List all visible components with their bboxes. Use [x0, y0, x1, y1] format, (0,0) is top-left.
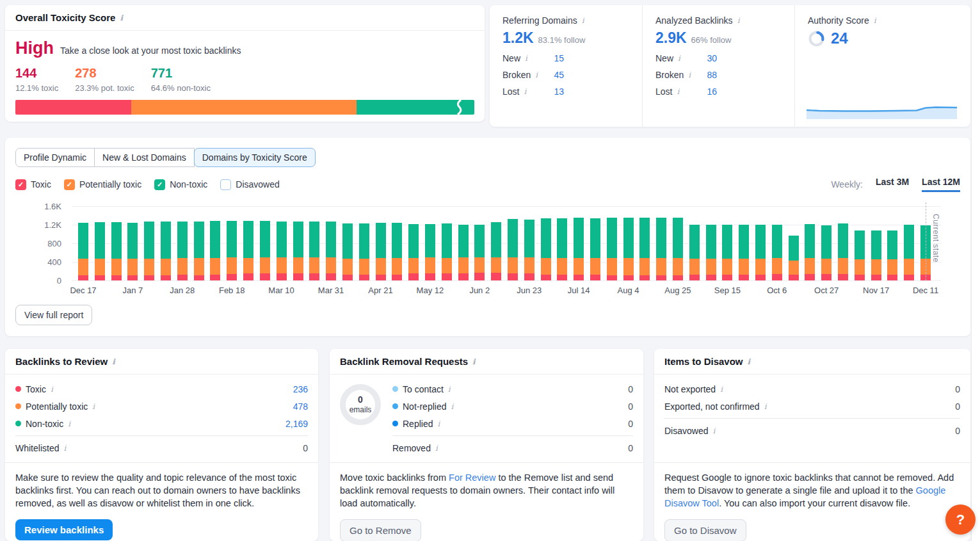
- trend-bar[interactable]: [639, 218, 650, 280]
- view-full-report-button[interactable]: View full report: [15, 305, 92, 325]
- go-to-remove-button[interactable]: Go to Remove: [340, 519, 421, 541]
- scrollbar-track[interactable]: [971, 0, 980, 541]
- info-icon[interactable]: i: [535, 71, 538, 79]
- info-icon[interactable]: i: [112, 358, 115, 366]
- tab-domains-by-toxicity-score[interactable]: Domains by Toxicity Score: [194, 148, 316, 167]
- review-toxic-value[interactable]: 236: [293, 384, 308, 394]
- ab-new-value[interactable]: 30: [707, 53, 717, 63]
- info-icon[interactable]: i: [448, 385, 451, 393]
- trend-bar[interactable]: [161, 222, 171, 280]
- trend-bar[interactable]: [722, 225, 732, 280]
- info-icon[interactable]: i: [525, 54, 527, 62]
- trend-bar[interactable]: [425, 224, 435, 280]
- info-icon[interactable]: i: [435, 444, 438, 452]
- info-icon[interactable]: i: [712, 427, 715, 435]
- trend-bar[interactable]: [95, 222, 105, 280]
- info-icon[interactable]: i: [451, 403, 453, 410]
- info-icon[interactable]: i: [582, 17, 584, 24]
- trend-bar[interactable]: [574, 218, 584, 280]
- rd-broken-value[interactable]: 45: [554, 70, 564, 80]
- trend-bar[interactable]: [392, 223, 402, 280]
- trend-bar[interactable]: [739, 225, 749, 280]
- rd-new-value[interactable]: 15: [554, 53, 564, 63]
- info-icon[interactable]: i: [68, 420, 70, 428]
- trend-bar[interactable]: [78, 223, 88, 280]
- info-icon[interactable]: i: [748, 358, 751, 366]
- analyzed-backlinks-value[interactable]: 2.9K: [655, 29, 687, 47]
- info-icon[interactable]: i: [524, 88, 526, 95]
- go-to-disavow-button[interactable]: Go to Disavow: [664, 519, 746, 541]
- trend-bar[interactable]: [491, 222, 501, 280]
- trend-bar[interactable]: [243, 221, 253, 280]
- trend-bar[interactable]: [838, 223, 848, 280]
- info-icon[interactable]: i: [678, 54, 680, 62]
- trend-bar[interactable]: [855, 230, 865, 280]
- filter-non-toxic[interactable]: ✓ Non-toxic: [154, 179, 207, 190]
- review-non-toxic-value[interactable]: 2,169: [285, 419, 308, 429]
- ab-lost-value[interactable]: 16: [707, 86, 717, 97]
- checkbox-potentially-toxic[interactable]: ✓: [64, 179, 75, 190]
- trend-bar[interactable]: [789, 236, 799, 280]
- trend-bar[interactable]: [887, 230, 897, 280]
- trend-bar[interactable]: [260, 221, 270, 280]
- trend-bar[interactable]: [805, 224, 815, 280]
- info-icon[interactable]: i: [677, 88, 679, 95]
- trend-bar[interactable]: [689, 225, 700, 280]
- trend-bar[interactable]: [607, 218, 617, 280]
- filter-disavowed[interactable]: Disavowed: [220, 179, 279, 190]
- trend-bar[interactable]: [408, 224, 419, 280]
- trend-bar[interactable]: [227, 221, 237, 280]
- trend-bar[interactable]: [194, 222, 204, 280]
- info-icon[interactable]: i: [874, 17, 876, 24]
- trend-bar[interactable]: [673, 218, 683, 280]
- trend-bar[interactable]: [442, 223, 452, 280]
- trend-bar[interactable]: [458, 225, 469, 280]
- trend-bar[interactable]: [177, 222, 188, 280]
- trend-bar[interactable]: [474, 225, 485, 280]
- trend-bar[interactable]: [144, 222, 154, 280]
- for-review-link[interactable]: For Review: [449, 472, 495, 483]
- trend-bar[interactable]: [309, 222, 319, 280]
- trend-bar[interactable]: [590, 218, 600, 280]
- info-icon[interactable]: i: [688, 71, 691, 79]
- info-icon[interactable]: i: [764, 403, 767, 410]
- info-icon[interactable]: i: [720, 385, 723, 393]
- filter-potentially-toxic[interactable]: ✓ Potentially toxic: [64, 179, 141, 190]
- info-icon[interactable]: i: [737, 17, 740, 24]
- review-backlinks-button[interactable]: Review backlinks: [15, 519, 113, 540]
- range-last-3m[interactable]: Last 3M: [876, 177, 909, 192]
- info-icon[interactable]: i: [437, 420, 440, 428]
- trend-bar[interactable]: [541, 218, 551, 280]
- rd-lost-value[interactable]: 13: [554, 86, 564, 97]
- info-icon[interactable]: i: [120, 14, 123, 22]
- trend-bar[interactable]: [755, 225, 766, 280]
- trend-bar[interactable]: [342, 223, 353, 280]
- trend-bar[interactable]: [871, 230, 881, 280]
- trend-bar[interactable]: [557, 218, 567, 280]
- tab-new-lost-domains[interactable]: New & Lost Domains: [94, 148, 195, 167]
- info-icon[interactable]: i: [63, 444, 66, 452]
- trend-bar[interactable]: [359, 223, 369, 280]
- trend-bar[interactable]: [326, 222, 336, 280]
- trend-bar[interactable]: [376, 223, 386, 280]
- trend-bar[interactable]: [623, 218, 634, 280]
- checkbox-non-toxic[interactable]: ✓: [154, 179, 165, 190]
- trend-bar[interactable]: [127, 223, 138, 280]
- review-potentially-toxic-value[interactable]: 478: [293, 401, 308, 412]
- trend-bar[interactable]: [706, 225, 716, 280]
- trend-bar[interactable]: [524, 220, 534, 280]
- referring-domains-value[interactable]: 1.2K: [502, 29, 534, 47]
- trend-bar[interactable]: [508, 219, 518, 280]
- tab-profile-dynamic[interactable]: Profile Dynamic: [15, 148, 95, 167]
- trend-bar[interactable]: [277, 222, 287, 280]
- ab-broken-value[interactable]: 88: [707, 70, 717, 80]
- trend-bar[interactable]: [656, 218, 666, 280]
- trend-bar[interactable]: [210, 221, 220, 280]
- info-icon[interactable]: i: [51, 385, 53, 393]
- info-icon[interactable]: i: [92, 403, 95, 410]
- range-last-12m[interactable]: Last 12M: [922, 177, 960, 192]
- trend-bar[interactable]: [772, 225, 782, 280]
- filter-toxic[interactable]: ✓ Toxic: [15, 179, 51, 190]
- trend-bar[interactable]: [293, 222, 303, 280]
- checkbox-disavowed[interactable]: [220, 179, 231, 190]
